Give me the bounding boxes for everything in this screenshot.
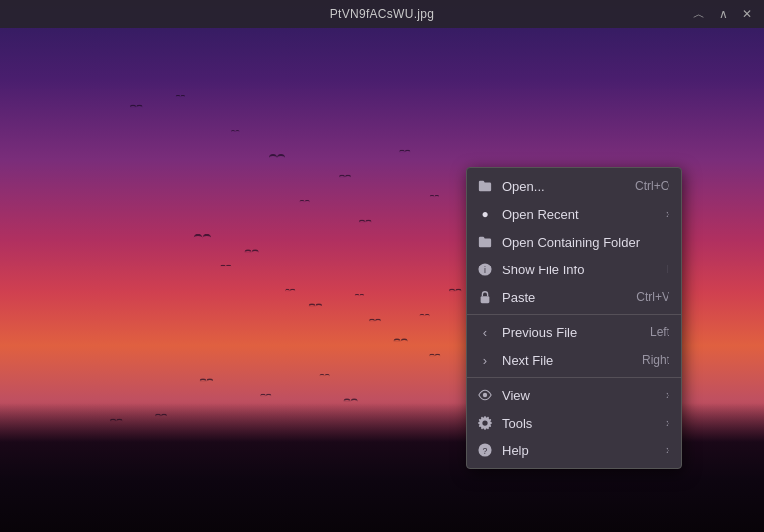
menu-item-paste[interactable]: Paste Ctrl+V [467,283,681,311]
maximize-icon: ∧ [719,7,728,21]
context-menu: Open... Ctrl+O ● Open Recent › Open Cont… [466,167,682,469]
svg-text:?: ? [483,446,488,456]
submenu-arrow-recent: › [666,207,669,221]
submenu-arrow-tools: › [666,416,669,430]
info-icon: i [477,261,494,278]
menu-tools-label: Tools [502,416,660,431]
menu-help-label: Help [502,443,660,458]
menu-item-show-file-info[interactable]: i Show File Info I [467,256,681,283]
minimize-icon: ︿ [693,6,705,23]
menu-open-recent-label: Open Recent [502,207,660,222]
menu-item-next-file[interactable]: › Next File Right [467,346,681,374]
svg-text:i: i [484,266,486,275]
menu-item-open[interactable]: Open... Ctrl+O [467,172,681,200]
menu-show-file-info-shortcut: I [667,263,669,276]
close-icon: ✕ [742,7,752,21]
menu-paste-shortcut: Ctrl+V [636,290,669,304]
menu-item-open-folder[interactable]: Open Containing Folder [467,228,681,256]
menu-show-file-info-label: Show File Info [502,263,655,277]
menu-item-help[interactable]: ? Help › [467,437,681,464]
menu-paste-label: Paste [502,290,624,305]
menu-item-tools[interactable]: Tools › [467,409,681,437]
folder-open-icon [477,177,494,195]
maximize-button[interactable]: ∧ [714,5,732,23]
minimize-button[interactable]: ︿ [690,5,708,23]
menu-open-shortcut: Ctrl+O [635,179,669,193]
menu-prev-file-shortcut: Left [650,325,669,339]
close-button[interactable]: ✕ [738,5,756,23]
menu-next-file-label: Next File [502,353,630,368]
menu-item-view[interactable]: View › [467,381,681,409]
menu-prev-file-label: Previous File [502,325,638,340]
separator-2 [467,377,681,378]
menu-view-label: View [502,388,660,403]
help-icon: ? [477,442,494,459]
menu-next-file-shortcut: Right [642,353,669,367]
view-icon [477,386,494,404]
window-title: PtVN9fACsWU.jpg [330,7,435,21]
window-controls: ︿ ∧ ✕ [690,0,756,28]
folder-icon [477,233,494,251]
prev-icon: ‹ [477,323,494,341]
menu-item-open-recent[interactable]: ● Open Recent › [467,200,681,228]
menu-open-label: Open... [502,179,623,194]
titlebar: PtVN9fACsWU.jpg ︿ ∧ ✕ [0,0,764,28]
next-icon: › [477,351,494,369]
menu-item-prev-file[interactable]: ‹ Previous File Left [467,318,681,346]
submenu-arrow-view: › [666,388,669,402]
svg-rect-2 [481,296,490,303]
recent-icon: ● [477,205,494,223]
tools-icon [477,414,494,432]
separator-1 [467,314,681,315]
svg-point-3 [483,393,487,397]
menu-open-folder-label: Open Containing Folder [502,235,669,250]
lock-icon [477,288,494,306]
submenu-arrow-help: › [666,443,669,457]
